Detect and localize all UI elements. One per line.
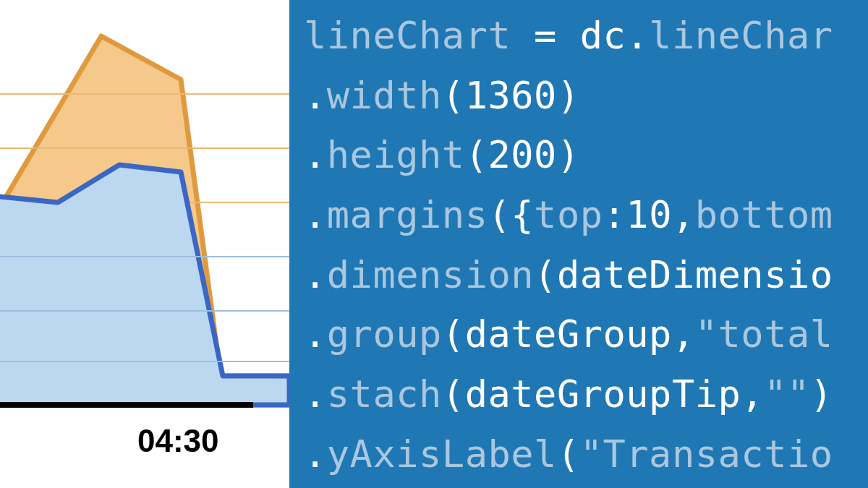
code-token: . (304, 253, 327, 296)
code-token: "Transactio (580, 432, 833, 476)
code-token: "" (764, 372, 810, 416)
code-token: group (327, 312, 442, 356)
code-token: ) (810, 372, 833, 416)
code-token: ({ (488, 193, 534, 236)
series-blue-area (0, 165, 289, 405)
code-token: yAxisLabel (327, 432, 557, 476)
code-token: (1360) (442, 74, 580, 117)
code-token: (dateDimensio (534, 253, 833, 296)
code-token: top (534, 193, 603, 236)
code-token: :10, (603, 193, 695, 236)
code-token: . (304, 372, 327, 416)
code-token: dimension (327, 253, 534, 296)
x-tick-label: 04:30 (137, 423, 219, 459)
code-token: (200) (465, 133, 580, 176)
code-panel: lineChart = dc.lineChar .width(1360) .he… (289, 0, 868, 488)
code-token: . (304, 312, 327, 356)
code-token: . (304, 193, 327, 236)
root: 04:30 lineChart = dc.lineChar .width(136… (0, 0, 868, 488)
code-token: . (304, 133, 327, 176)
code-token: . (304, 432, 327, 476)
code-token: height (327, 133, 465, 176)
code-token: . (304, 74, 327, 117)
code-token: ( (557, 432, 580, 476)
code-token: "total (695, 312, 833, 356)
area-chart (0, 0, 289, 488)
code-token: lineChart (304, 14, 511, 57)
code-token: stach (327, 372, 442, 416)
chart-panel: 04:30 (0, 0, 289, 488)
code-block: lineChart = dc.lineChar .width(1360) .he… (304, 6, 868, 484)
code-token: width (327, 74, 442, 117)
code-token: = dc. (511, 14, 649, 57)
code-token: (dateGroupTip, (442, 372, 764, 416)
code-token: margins (327, 193, 488, 236)
code-token: lineChar (649, 14, 833, 57)
code-token: (dateGroup, (442, 312, 695, 356)
code-token: bottom (695, 193, 833, 236)
